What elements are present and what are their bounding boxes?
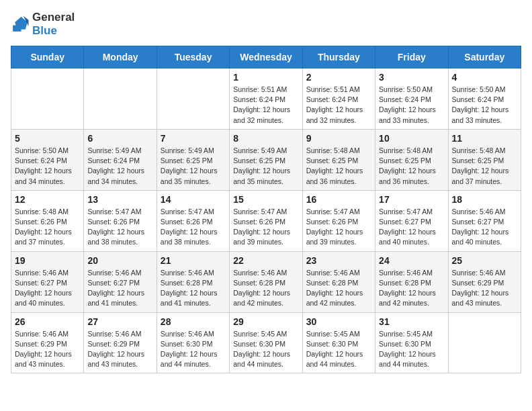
col-header-saturday: Saturday [448,46,521,68]
calendar-week-row: 12Sunrise: 5:48 AM Sunset: 6:26 PM Dayli… [11,190,521,251]
calendar-cell: 12Sunrise: 5:48 AM Sunset: 6:26 PM Dayli… [11,190,84,251]
day-number: 8 [233,133,298,144]
day-info: Sunrise: 5:45 AM Sunset: 6:30 PM Dayligh… [306,329,371,370]
day-info: Sunrise: 5:46 AM Sunset: 6:28 PM Dayligh… [233,268,298,309]
calendar-cell: 23Sunrise: 5:46 AM Sunset: 6:28 PM Dayli… [302,251,375,312]
day-info: Sunrise: 5:46 AM Sunset: 6:29 PM Dayligh… [87,329,152,370]
day-number: 9 [306,133,371,144]
col-header-wednesday: Wednesday [230,46,302,68]
day-number: 27 [87,316,152,327]
calendar-cell: 21Sunrise: 5:46 AM Sunset: 6:28 PM Dayli… [157,251,229,312]
day-info: Sunrise: 5:47 AM Sunset: 6:26 PM Dayligh… [161,207,226,248]
day-number: 7 [161,133,226,144]
day-number: 2 [306,72,371,83]
day-info: Sunrise: 5:48 AM Sunset: 6:25 PM Dayligh… [452,146,517,187]
day-info: Sunrise: 5:46 AM Sunset: 6:28 PM Dayligh… [379,268,444,309]
day-info: Sunrise: 5:47 AM Sunset: 6:26 PM Dayligh… [233,207,298,248]
day-number: 12 [15,194,80,205]
page-header: General Blue [11,11,521,38]
day-number: 10 [379,133,444,144]
calendar-cell: 19Sunrise: 5:46 AM Sunset: 6:27 PM Dayli… [11,251,84,312]
day-info: Sunrise: 5:46 AM Sunset: 6:29 PM Dayligh… [15,329,80,370]
day-number: 26 [15,316,80,327]
calendar-week-row: 1Sunrise: 5:51 AM Sunset: 6:24 PM Daylig… [11,68,521,130]
day-number: 14 [161,194,226,205]
day-number: 29 [233,316,298,327]
day-number: 3 [379,72,444,83]
day-info: Sunrise: 5:50 AM Sunset: 6:24 PM Dayligh… [15,146,80,187]
calendar-cell: 20Sunrise: 5:46 AM Sunset: 6:27 PM Dayli… [84,251,157,312]
day-number: 20 [87,255,152,266]
day-number: 22 [233,255,298,266]
day-number: 28 [161,316,226,327]
day-info: Sunrise: 5:49 AM Sunset: 6:25 PM Dayligh… [233,146,298,187]
day-info: Sunrise: 5:50 AM Sunset: 6:24 PM Dayligh… [452,85,517,126]
svg-rect-2 [13,26,21,32]
calendar-cell: 2Sunrise: 5:51 AM Sunset: 6:24 PM Daylig… [302,68,375,130]
day-info: Sunrise: 5:47 AM Sunset: 6:26 PM Dayligh… [306,207,371,248]
logo-icon [11,15,30,34]
day-number: 1 [233,72,298,83]
calendar-cell: 18Sunrise: 5:46 AM Sunset: 6:27 PM Dayli… [448,190,521,251]
day-info: Sunrise: 5:45 AM Sunset: 6:30 PM Dayligh… [233,329,298,370]
day-info: Sunrise: 5:48 AM Sunset: 6:25 PM Dayligh… [306,146,371,187]
day-info: Sunrise: 5:48 AM Sunset: 6:26 PM Dayligh… [15,207,80,248]
calendar-cell: 11Sunrise: 5:48 AM Sunset: 6:25 PM Dayli… [448,129,521,190]
calendar-cell: 13Sunrise: 5:47 AM Sunset: 6:26 PM Dayli… [84,190,157,251]
day-info: Sunrise: 5:46 AM Sunset: 6:27 PM Dayligh… [87,268,152,309]
day-info: Sunrise: 5:46 AM Sunset: 6:28 PM Dayligh… [306,268,371,309]
day-info: Sunrise: 5:49 AM Sunset: 6:25 PM Dayligh… [161,146,226,187]
day-info: Sunrise: 5:46 AM Sunset: 6:29 PM Dayligh… [452,268,517,309]
calendar-cell: 26Sunrise: 5:46 AM Sunset: 6:29 PM Dayli… [11,312,84,373]
calendar-cell: 31Sunrise: 5:45 AM Sunset: 6:30 PM Dayli… [375,312,448,373]
col-header-monday: Monday [84,46,157,68]
col-header-sunday: Sunday [11,46,84,68]
day-number: 19 [15,255,80,266]
calendar-cell: 25Sunrise: 5:46 AM Sunset: 6:29 PM Dayli… [448,251,521,312]
calendar-cell: 5Sunrise: 5:50 AM Sunset: 6:24 PM Daylig… [11,129,84,190]
calendar-cell: 9Sunrise: 5:48 AM Sunset: 6:25 PM Daylig… [302,129,375,190]
day-number: 24 [379,255,444,266]
calendar-cell: 17Sunrise: 5:47 AM Sunset: 6:27 PM Dayli… [375,190,448,251]
calendar-cell: 28Sunrise: 5:46 AM Sunset: 6:30 PM Dayli… [157,312,229,373]
day-number: 18 [452,194,517,205]
calendar-cell: 30Sunrise: 5:45 AM Sunset: 6:30 PM Dayli… [302,312,375,373]
calendar-cell: 27Sunrise: 5:46 AM Sunset: 6:29 PM Dayli… [84,312,157,373]
col-header-thursday: Thursday [302,46,375,68]
col-header-friday: Friday [375,46,448,68]
day-info: Sunrise: 5:48 AM Sunset: 6:25 PM Dayligh… [379,146,444,187]
day-number: 13 [87,194,152,205]
calendar-cell: 4Sunrise: 5:50 AM Sunset: 6:24 PM Daylig… [448,68,521,130]
logo-text: General Blue [32,11,75,38]
day-info: Sunrise: 5:46 AM Sunset: 6:28 PM Dayligh… [161,268,226,309]
day-number: 17 [379,194,444,205]
calendar-cell [84,68,157,130]
calendar-cell: 6Sunrise: 5:49 AM Sunset: 6:24 PM Daylig… [84,129,157,190]
day-info: Sunrise: 5:46 AM Sunset: 6:27 PM Dayligh… [15,268,80,309]
calendar-cell: 15Sunrise: 5:47 AM Sunset: 6:26 PM Dayli… [230,190,302,251]
calendar-cell: 24Sunrise: 5:46 AM Sunset: 6:28 PM Dayli… [375,251,448,312]
calendar-header-row: SundayMondayTuesdayWednesdayThursdayFrid… [11,46,521,68]
day-number: 21 [161,255,226,266]
calendar-week-row: 5Sunrise: 5:50 AM Sunset: 6:24 PM Daylig… [11,129,521,190]
day-number: 23 [306,255,371,266]
day-number: 16 [306,194,371,205]
day-number: 5 [15,133,80,144]
day-info: Sunrise: 5:51 AM Sunset: 6:24 PM Dayligh… [306,85,371,126]
calendar-cell: 10Sunrise: 5:48 AM Sunset: 6:25 PM Dayli… [375,129,448,190]
calendar-cell: 22Sunrise: 5:46 AM Sunset: 6:28 PM Dayli… [230,251,302,312]
calendar-cell: 29Sunrise: 5:45 AM Sunset: 6:30 PM Dayli… [230,312,302,373]
day-info: Sunrise: 5:50 AM Sunset: 6:24 PM Dayligh… [379,85,444,126]
col-header-tuesday: Tuesday [157,46,229,68]
calendar-cell: 1Sunrise: 5:51 AM Sunset: 6:24 PM Daylig… [230,68,302,130]
calendar-week-row: 19Sunrise: 5:46 AM Sunset: 6:27 PM Dayli… [11,251,521,312]
calendar-cell: 16Sunrise: 5:47 AM Sunset: 6:26 PM Dayli… [302,190,375,251]
calendar-cell: 7Sunrise: 5:49 AM Sunset: 6:25 PM Daylig… [157,129,229,190]
day-info: Sunrise: 5:45 AM Sunset: 6:30 PM Dayligh… [379,329,444,370]
day-info: Sunrise: 5:47 AM Sunset: 6:26 PM Dayligh… [87,207,152,248]
day-number: 6 [87,133,152,144]
calendar-cell [448,312,521,373]
calendar-week-row: 26Sunrise: 5:46 AM Sunset: 6:29 PM Dayli… [11,312,521,373]
calendar-table: SundayMondayTuesdayWednesdayThursdayFrid… [11,46,521,373]
calendar-cell [157,68,229,130]
